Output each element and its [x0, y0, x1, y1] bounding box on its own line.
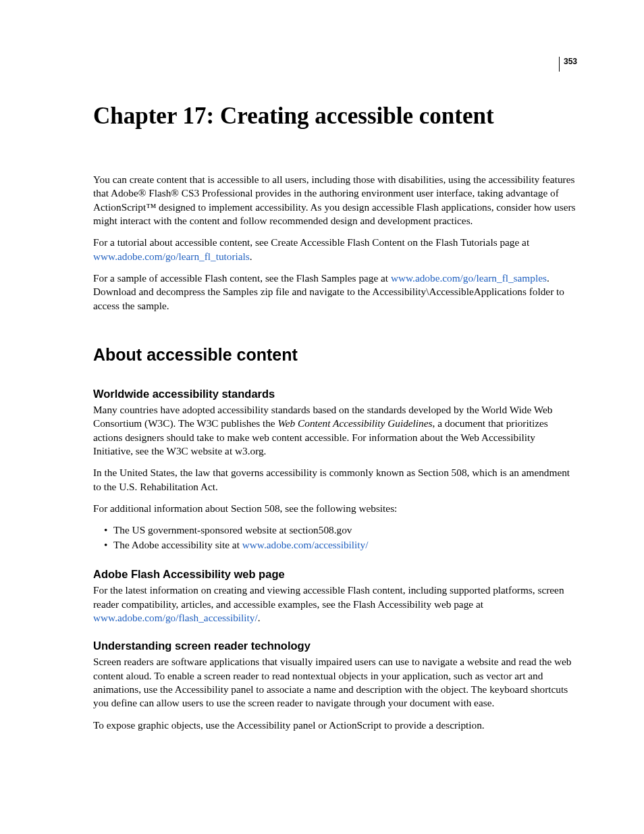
tutorials-link[interactable]: www.adobe.com/go/learn_fl_tutorials	[93, 251, 250, 262]
text-fragment: .	[258, 612, 261, 623]
subsection-screen-reader: Understanding screen reader technology	[93, 640, 577, 652]
page-number: 353	[559, 57, 577, 72]
subsection-standards: Worldwide accessibility standards	[93, 388, 577, 400]
standards-bullet-list: The US government-sponsored website at s…	[93, 523, 577, 554]
samples-link[interactable]: www.adobe.com/go/learn_fl_samples	[391, 272, 547, 284]
text-fragment: .	[250, 251, 252, 262]
standards-paragraph-1: Many countries have adopted accessibilit…	[93, 403, 577, 458]
standards-paragraph-3: For additional information about Section…	[93, 502, 577, 515]
standards-paragraph-2: In the United States, the law that gover…	[93, 466, 577, 494]
text-fragment: The Adobe accessibility site at	[113, 539, 242, 550]
intro-paragraph-1: You can create content that is accessibl…	[93, 173, 577, 228]
accessibility-link[interactable]: www.adobe.com/accessibility/	[242, 539, 369, 550]
list-item: The Adobe accessibility site at www.adob…	[105, 538, 577, 553]
intro-paragraph-3: For a sample of accessible Flash content…	[93, 271, 577, 313]
subsection-flash-accessibility: Adobe Flash Accessibility web page	[93, 568, 577, 581]
intro-paragraph-2: For a tutorial about accessible content,…	[93, 236, 577, 263]
section-heading-about: About accessible content	[93, 345, 577, 365]
flash-accessibility-link[interactable]: www.adobe.com/go/flash_accessibility/	[93, 612, 258, 623]
bullet-text: The US government-sponsored website at s…	[113, 524, 352, 536]
screen-reader-paragraph-1: Screen readers are software applications…	[93, 655, 577, 710]
text-fragment: For a tutorial about accessible content,…	[93, 236, 529, 248]
wcag-title: Web Content Accessibility Guidelines	[277, 417, 432, 429]
screen-reader-paragraph-2: To expose graphic objects, use the Acces…	[93, 719, 577, 732]
text-fragment: For the latest information on creating a…	[93, 584, 564, 609]
list-item: The US government-sponsored website at s…	[105, 523, 577, 538]
chapter-title: Chapter 17: Creating accessible content	[93, 103, 577, 130]
flash-accessibility-paragraph: For the latest information on creating a…	[93, 583, 577, 625]
text-fragment: For a sample of accessible Flash content…	[93, 272, 391, 284]
